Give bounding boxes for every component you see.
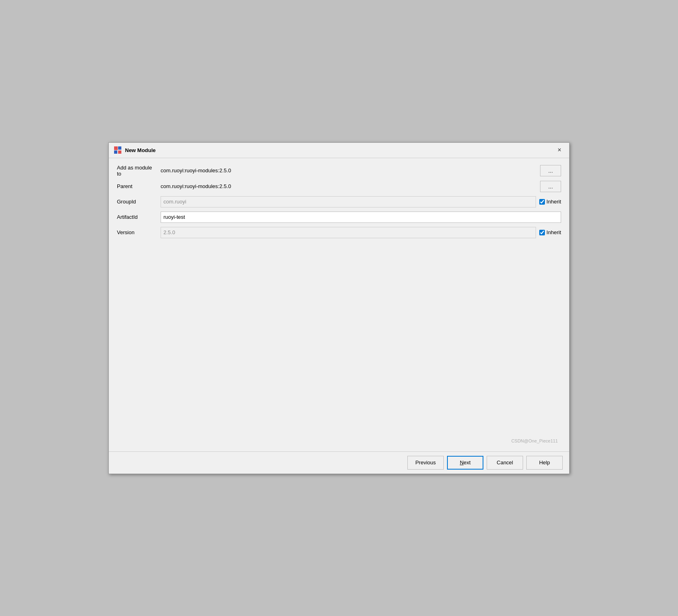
group-id-row: GroupId Inherit xyxy=(117,196,561,207)
title-bar-left: New Module xyxy=(114,146,156,154)
content-spacer xyxy=(117,242,561,434)
add-as-module-label: Add as module to xyxy=(117,165,157,177)
group-id-inherit-checkbox[interactable] xyxy=(539,199,545,205)
version-inherit-checkbox-container: Inherit xyxy=(539,229,561,235)
version-label: Version xyxy=(117,229,157,235)
artifact-id-label: ArtifactId xyxy=(117,214,157,220)
version-inherit-label: Inherit xyxy=(547,229,561,235)
group-id-inherit-label: Inherit xyxy=(547,199,561,205)
close-button[interactable]: × xyxy=(555,145,564,155)
new-module-dialog: New Module × Add as module to com.ruoyi:… xyxy=(108,142,570,474)
help-button[interactable]: Help xyxy=(526,456,563,470)
watermark: CSDN@One_Piece111 xyxy=(117,438,561,445)
svg-rect-2 xyxy=(114,150,117,154)
parent-row: Parent com.ruoyi:ruoyi-modules:2.5.0 ... xyxy=(117,181,561,192)
previous-button[interactable]: Previous xyxy=(407,456,444,470)
parent-value: com.ruoyi:ruoyi-modules:2.5.0 xyxy=(161,183,537,189)
version-input[interactable] xyxy=(161,227,536,238)
dialog-icon xyxy=(114,146,122,154)
group-id-inherit-checkbox-container: Inherit xyxy=(539,199,561,205)
dialog-footer: Previous Next Cancel Help xyxy=(109,451,569,474)
cancel-button[interactable]: Cancel xyxy=(487,456,523,470)
group-id-label: GroupId xyxy=(117,199,157,205)
title-bar: New Module × xyxy=(109,143,569,158)
add-as-module-row: Add as module to com.ruoyi:ruoyi-modules… xyxy=(117,165,561,177)
group-id-input[interactable] xyxy=(161,196,536,207)
dialog-title: New Module xyxy=(125,147,156,153)
svg-rect-0 xyxy=(114,146,118,150)
next-button-label: Next xyxy=(460,459,471,466)
parent-browse-button[interactable]: ... xyxy=(540,181,561,192)
version-row: Version Inherit xyxy=(117,227,561,238)
form-content: Add as module to com.ruoyi:ruoyi-modules… xyxy=(109,158,569,451)
svg-rect-1 xyxy=(118,146,121,150)
add-as-module-browse-button[interactable]: ... xyxy=(540,165,561,176)
parent-label: Parent xyxy=(117,183,157,189)
artifact-id-input[interactable] xyxy=(161,212,561,223)
next-button[interactable]: Next xyxy=(447,456,483,470)
version-inherit-checkbox[interactable] xyxy=(539,230,545,235)
add-as-module-value: com.ruoyi:ruoyi-modules:2.5.0 xyxy=(161,167,537,174)
artifact-id-row: ArtifactId xyxy=(117,212,561,223)
svg-rect-3 xyxy=(118,150,121,154)
